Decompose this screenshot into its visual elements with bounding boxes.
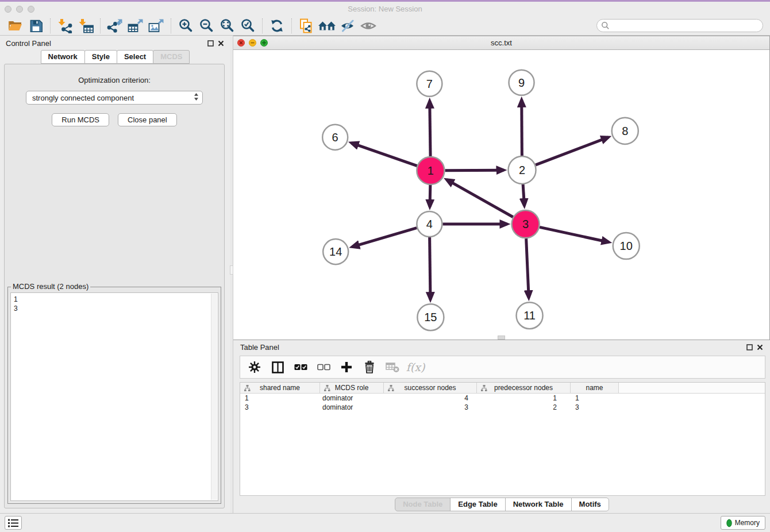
graph-node-9[interactable]: 9 [509, 70, 534, 95]
close-panel-icon[interactable] [757, 344, 763, 350]
network-canvas[interactable]: 7968124314101511 [233, 50, 769, 340]
maximize-view-button[interactable] [260, 39, 268, 47]
graph-node-3[interactable]: 3 [512, 210, 540, 238]
memory-button[interactable]: Memory [721, 516, 765, 530]
columns-icon [272, 361, 284, 373]
save-session-button[interactable] [25, 17, 46, 34]
delete-column-button[interactable] [361, 358, 378, 376]
zoom-out-button[interactable] [196, 17, 217, 34]
graph-edge-4-15[interactable] [430, 237, 430, 299]
zoom-selected-icon [240, 18, 255, 33]
column-header-successor-nodes[interactable]: successor nodes [384, 383, 477, 393]
graph-node-1[interactable]: 1 [417, 157, 444, 184]
graph-node-14[interactable]: 14 [323, 239, 348, 264]
first-neighbors-button[interactable] [317, 17, 337, 34]
import-table-icon [78, 18, 94, 33]
select-all-button[interactable] [292, 358, 309, 376]
show-columns-button[interactable] [269, 358, 286, 376]
graph-edge-3-11[interactable] [526, 238, 529, 298]
canvas-resize-grip[interactable] [498, 336, 505, 340]
mcds-result-textarea[interactable]: 1 3 [10, 292, 218, 501]
graph-node-15[interactable]: 15 [417, 304, 444, 330]
tab-network[interactable]: Network [41, 50, 85, 64]
graph-edge-3-10[interactable] [540, 227, 609, 242]
graph-edge-1-6[interactable] [352, 143, 417, 166]
svg-text:9: 9 [518, 76, 525, 89]
table-row[interactable]: 1dominator411 [240, 394, 765, 403]
table-panel-title: Table Panel [240, 343, 279, 352]
export-image-button[interactable] [146, 17, 167, 34]
eye-icon [360, 20, 376, 32]
tab-style[interactable]: Style [84, 50, 117, 64]
export-table-button[interactable] [125, 17, 146, 34]
clone-network-button[interactable] [296, 17, 317, 34]
network-window-titlebar[interactable]: scc.txt [233, 36, 769, 50]
graph-edge-1-7[interactable] [430, 101, 430, 156]
svg-text:6: 6 [332, 131, 338, 144]
tab-network-table[interactable]: Network Table [505, 498, 572, 511]
minimize-window-button[interactable] [16, 6, 23, 13]
tab-motifs[interactable]: Motifs [571, 498, 609, 511]
minimize-view-button[interactable] [249, 39, 256, 47]
show-all-button[interactable] [358, 17, 379, 34]
svg-text:3: 3 [522, 218, 529, 230]
zoom-fit-button[interactable] [217, 17, 237, 34]
float-panel-icon[interactable] [207, 40, 214, 47]
import-table-button[interactable] [75, 17, 96, 34]
column-header-mcds-role[interactable]: MCDS role [320, 383, 384, 393]
refresh-button[interactable] [267, 17, 287, 34]
mcds-result-title: MCDS result (2 nodes) [11, 282, 90, 291]
column-tree-icon [244, 385, 251, 391]
zoom-out-icon [199, 18, 214, 33]
column-header-name[interactable]: name [571, 383, 619, 393]
function-builder-button[interactable]: f(x) [407, 358, 424, 376]
graph-node-8[interactable]: 8 [612, 118, 638, 144]
import-network-button[interactable] [55, 17, 75, 34]
table-options-button[interactable] [246, 358, 263, 376]
zoom-selected-button[interactable] [237, 17, 258, 34]
graph-node-7[interactable]: 7 [417, 71, 442, 97]
search-input[interactable] [596, 19, 763, 32]
close-panel-button[interactable]: Close panel [118, 113, 177, 126]
close-panel-icon[interactable] [218, 40, 224, 47]
float-panel-icon[interactable] [746, 344, 753, 350]
graph-node-10[interactable]: 10 [613, 233, 640, 259]
graph-node-2[interactable]: 2 [509, 156, 536, 184]
graph-edge-2-8[interactable] [536, 137, 609, 165]
hide-selected-button[interactable] [337, 17, 358, 34]
column-header-predecessor-nodes[interactable]: predecessor nodes [477, 383, 571, 393]
tab-select[interactable]: Select [117, 50, 153, 64]
graph-node-11[interactable]: 11 [517, 302, 543, 329]
graph-edge-2-3[interactable] [523, 184, 524, 206]
close-window-button[interactable] [5, 6, 11, 13]
table-row[interactable]: 3dominator323 [240, 403, 765, 412]
toolbar-separator [262, 18, 263, 33]
optimization-criterion-select[interactable]: strongly connected component [26, 91, 203, 105]
status-bar: Memory [0, 513, 770, 532]
tab-node-table[interactable]: Node Table [395, 498, 451, 511]
maximize-window-button[interactable] [28, 6, 34, 13]
export-network-button[interactable] [105, 17, 125, 34]
tab-mcds[interactable]: MCDS [153, 50, 190, 64]
column-label: MCDS role [335, 384, 369, 392]
graph-edge-2-9[interactable] [522, 100, 522, 156]
graph-node-6[interactable]: 6 [322, 125, 348, 150]
delete-table-button[interactable] [384, 358, 401, 376]
open-file-button[interactable] [5, 17, 25, 34]
import-network-icon [57, 18, 73, 33]
zoom-in-button[interactable] [175, 17, 196, 34]
graph-edge-1-4[interactable] [430, 185, 430, 207]
graph-edge-4-14[interactable] [352, 228, 417, 247]
result-scrollbar[interactable] [211, 294, 217, 500]
column-header-shared-name[interactable]: shared name [240, 383, 320, 393]
close-view-button[interactable] [237, 39, 245, 47]
tab-edge-table[interactable]: Edge Table [450, 498, 505, 511]
graph-edge-1-2[interactable] [445, 170, 503, 171]
graph-node-4[interactable]: 4 [417, 211, 442, 237]
graph-edge-3-1[interactable] [446, 180, 513, 217]
deselect-all-button[interactable] [315, 358, 332, 376]
add-column-button[interactable] [338, 358, 355, 376]
task-history-button[interactable] [5, 516, 22, 530]
eye-slash-icon [340, 20, 355, 32]
run-mcds-button[interactable]: Run MCDS [52, 113, 109, 126]
